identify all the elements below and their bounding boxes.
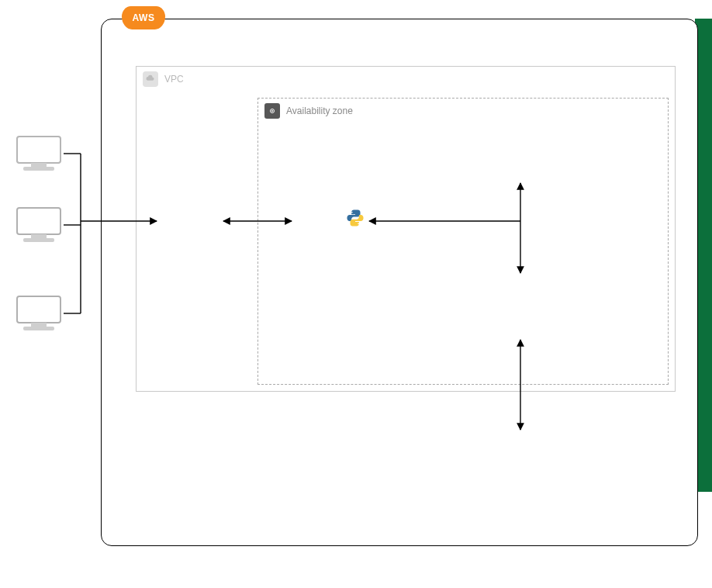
svg-rect-6 [23, 238, 54, 242]
pgbouncer-in-label: Routing/Rewritefunctions [302, 210, 348, 233]
vpc-icon [143, 71, 158, 87]
client-pc-1 [14, 133, 64, 174]
vpc-header: VPC [143, 71, 184, 87]
python-icon [345, 208, 365, 228]
client-pc-3 [14, 293, 64, 334]
vpc-label: VPC [164, 74, 184, 85]
s3-label: S3 [501, 459, 548, 469]
aws-badge: AWS [122, 6, 165, 29]
az-icon [264, 103, 280, 119]
availability-zone-box: Availability zone [257, 98, 669, 385]
svg-rect-0 [17, 137, 60, 163]
svg-rect-9 [23, 327, 54, 330]
svg-rect-8 [31, 323, 47, 327]
vpc-box: VPC Availability zone [136, 66, 676, 392]
svg-rect-3 [23, 167, 54, 171]
svg-rect-7 [17, 296, 60, 323]
svg-point-11 [271, 110, 273, 112]
az-label: Availability zone [286, 105, 353, 116]
aws-cloud-container: AWS VPC Availability zone [101, 19, 698, 546]
svg-rect-5 [31, 234, 47, 238]
load-balancer-label: LoadBalancer [167, 214, 213, 230]
rds-label: RDSPostgreSQL [497, 141, 545, 157]
svg-rect-4 [17, 208, 60, 234]
svg-rect-2 [31, 163, 47, 167]
az-header: Availability zone [264, 103, 353, 119]
redshift-label: Redshift [497, 303, 544, 310]
client-pc-2 [14, 205, 64, 245]
